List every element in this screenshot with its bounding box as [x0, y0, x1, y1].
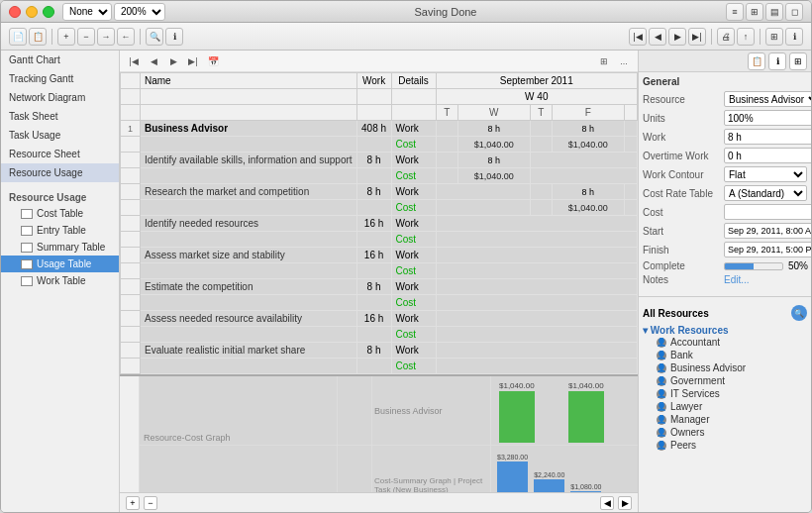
- print-btn[interactable]: 🖨: [717, 28, 735, 46]
- panel-start-input[interactable]: [724, 223, 811, 239]
- scroll-right-btn[interactable]: ▶: [618, 496, 632, 510]
- list-view-btn[interactable]: ≡: [726, 3, 744, 21]
- resource-it[interactable]: 👤 IT Services: [643, 387, 807, 400]
- info-btn[interactable]: ℹ: [165, 28, 183, 46]
- zoom-select[interactable]: 200%: [114, 3, 165, 21]
- indent-btn[interactable]: →: [97, 28, 115, 46]
- sub-fwd-btn[interactable]: ▶: [165, 53, 181, 69]
- panel-cost-input[interactable]: [724, 204, 811, 220]
- dropdown-select[interactable]: None: [62, 3, 112, 21]
- resource-bizadvisor[interactable]: 👤 Business Advisor: [643, 361, 807, 374]
- table-row[interactable]: Research the market and competition 8 h …: [121, 184, 638, 200]
- subtask-name-3: Identify needed resources: [141, 216, 357, 232]
- grid-view-btn[interactable]: ⊞: [746, 3, 763, 21]
- table-row[interactable]: Cost $1,040.00 $1,040.00: [121, 137, 638, 153]
- work-s1: 8 h: [356, 153, 391, 168]
- sidebar-summary-table[interactable]: Summary Table: [1, 239, 119, 256]
- table-row[interactable]: Estimate the competition 8 h Work: [121, 279, 638, 295]
- panel-work-input[interactable]: [724, 129, 811, 145]
- spreadsheet[interactable]: Name Work Details September 2011 W 40: [120, 72, 638, 492]
- maximize-button[interactable]: [43, 6, 54, 18]
- table-row[interactable]: Cost: [121, 327, 638, 343]
- it-icon: 👤: [657, 389, 666, 399]
- sidebar-work-table[interactable]: Work Table: [1, 272, 119, 289]
- complete-value: 50%: [788, 260, 808, 271]
- resource-bank[interactable]: 👤 Bank: [643, 349, 807, 361]
- fwd-btn[interactable]: ▶: [668, 28, 686, 46]
- close-button[interactable]: [9, 6, 21, 18]
- summary-graph-row: Summary-Graph Cost-Summary Graph | Proje…: [140, 446, 638, 492]
- resource-lawyer[interactable]: 👤 Lawyer: [643, 400, 807, 413]
- remove-row-btn[interactable]: −: [144, 496, 157, 510]
- sub-prev-btn[interactable]: |◀: [126, 53, 142, 69]
- add-btn[interactable]: +: [57, 28, 75, 46]
- resource-peers[interactable]: 👤 Peers: [643, 439, 807, 452]
- sub-back-btn[interactable]: ◀: [146, 53, 161, 69]
- panel-overtime-input[interactable]: [724, 148, 811, 163]
- sidebar-item-taskusage[interactable]: Task Usage: [1, 126, 119, 145]
- panel-costtable-select[interactable]: A (Standard): [724, 185, 807, 201]
- resource-search-icon[interactable]: 🔍: [791, 305, 807, 321]
- work-1: 408 h: [356, 121, 391, 137]
- sub-next-btn[interactable]: ▶|: [185, 53, 201, 69]
- panel-contour-select[interactable]: Flat: [724, 166, 807, 182]
- panel-finish-input[interactable]: [724, 242, 811, 257]
- table-row[interactable]: Cost $1,040.00: [121, 200, 638, 216]
- gantt-s6-blank: [436, 311, 637, 327]
- table-row[interactable]: Evaluate realistic initial market share …: [121, 343, 638, 359]
- sidebar-cost-table[interactable]: Cost Table: [1, 205, 119, 222]
- sidebar-item-resourcesheet[interactable]: Resource Sheet: [1, 145, 119, 163]
- outdent-btn[interactable]: ←: [117, 28, 135, 46]
- resource-accountant[interactable]: 👤 Accountant: [643, 336, 807, 349]
- table-row[interactable]: Cost: [121, 263, 638, 279]
- next-btn[interactable]: ▶|: [688, 28, 706, 46]
- sidebar-item-network[interactable]: Network Diagram: [1, 88, 119, 107]
- panel-units-input[interactable]: [724, 110, 811, 126]
- table-row[interactable]: Cost: [121, 359, 638, 374]
- minimize-button[interactable]: [26, 6, 38, 18]
- panel-resource-select[interactable]: Business Advisor: [724, 91, 811, 107]
- sub-layout-btn[interactable]: ⊞: [596, 53, 612, 69]
- cost-s1-w: $1,040.00: [457, 168, 530, 184]
- table-row[interactable]: Assess market size and stability 16 h Wo…: [121, 248, 638, 263]
- sep2: [140, 29, 141, 45]
- resource-bizadvisor-label: Business Advisor: [670, 362, 746, 373]
- table-row[interactable]: Identify needed resources 16 h Work: [121, 216, 638, 232]
- sub-today-btn[interactable]: 📅: [205, 53, 221, 69]
- share-btn[interactable]: ↑: [737, 28, 755, 46]
- sidebar-item-resourceusage[interactable]: Resource Usage: [1, 163, 119, 182]
- table-row[interactable]: 1 Business Advisor 408 h Work 8 h 8 h: [121, 121, 638, 137]
- resource-government[interactable]: 👤 Government: [643, 374, 807, 387]
- accountant-icon: 👤: [657, 338, 666, 348]
- table-row[interactable]: Cost: [121, 232, 638, 248]
- table-row[interactable]: Assess needed resource availability 16 h…: [121, 311, 638, 327]
- sidebar-usage-table[interactable]: Usage Table: [1, 256, 119, 272]
- sidebar-item-tasksheet[interactable]: Task Sheet: [1, 107, 119, 126]
- search-btn[interactable]: 🔍: [146, 28, 163, 46]
- resource-manager[interactable]: 👤 Manager: [643, 413, 807, 426]
- panel-btn[interactable]: ▤: [765, 3, 783, 21]
- window-btn[interactable]: ◻: [785, 3, 803, 21]
- panel-icon-3[interactable]: ⊞: [789, 52, 807, 70]
- resource-owners[interactable]: 👤 Owners: [643, 426, 807, 439]
- panel-toggle[interactable]: ⊞: [765, 28, 783, 46]
- table-row[interactable]: Cost $1,040.00: [121, 168, 638, 184]
- left-sidebar: Gantt Chart Tracking Gantt Network Diagr…: [1, 51, 120, 512]
- sub-dots-btn[interactable]: ...: [616, 53, 632, 69]
- doc-icon[interactable]: 📄: [9, 28, 27, 46]
- panel-notes-link[interactable]: Edit...: [724, 274, 750, 285]
- add-row-btn[interactable]: +: [126, 496, 140, 510]
- list-icon[interactable]: 📋: [29, 28, 47, 46]
- scroll-left-btn[interactable]: ◀: [600, 496, 614, 510]
- panel-icon-2[interactable]: ℹ: [768, 52, 786, 70]
- sidebar-item-gantt[interactable]: Gantt Chart: [1, 51, 119, 69]
- sidebar-entry-table[interactable]: Entry Table: [1, 222, 119, 239]
- sidebar-item-tracking[interactable]: Tracking Gantt: [1, 69, 119, 88]
- table-row[interactable]: Cost: [121, 295, 638, 311]
- table-row[interactable]: Identify available skills, information a…: [121, 153, 638, 168]
- back-btn[interactable]: ◀: [649, 28, 666, 46]
- panel-icon-1[interactable]: 📋: [748, 52, 765, 70]
- info-panel-btn[interactable]: ℹ: [785, 28, 803, 46]
- prev-btn[interactable]: |◀: [629, 28, 647, 46]
- remove-btn[interactable]: −: [77, 28, 95, 46]
